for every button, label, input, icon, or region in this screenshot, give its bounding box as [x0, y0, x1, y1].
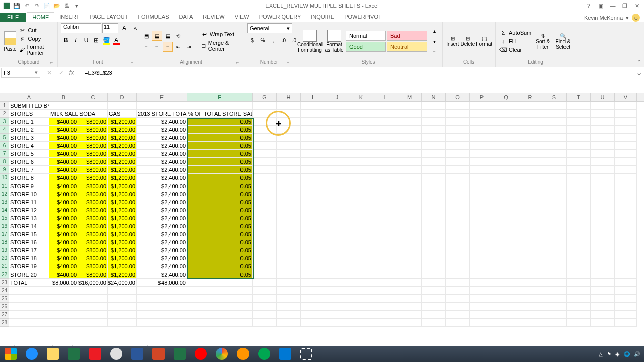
cell-G3[interactable]	[253, 118, 277, 126]
cell-J8[interactable]	[325, 158, 349, 166]
file-explorer-icon[interactable]	[42, 346, 63, 362]
cell-H16[interactable]	[277, 222, 301, 230]
cell-M8[interactable]	[397, 158, 422, 166]
cell-P26[interactable]	[470, 303, 494, 311]
cell-L27[interactable]	[373, 311, 397, 319]
excel-taskbar-icon[interactable]	[63, 346, 85, 362]
cell-G12[interactable]	[253, 190, 277, 198]
enter-formula-icon[interactable]: ✓	[55, 68, 67, 78]
border-button[interactable]: ⊞	[91, 35, 101, 45]
cell-U9[interactable]	[591, 166, 615, 174]
cell-B14[interactable]: $400.00	[49, 206, 78, 214]
cell-U3[interactable]	[591, 118, 615, 126]
cell-C7[interactable]: $800.00	[78, 150, 108, 158]
styles-scroll-up[interactable]: ▴	[429, 26, 439, 36]
row-header-1[interactable]: 1	[0, 102, 9, 110]
cell-A4[interactable]: STORE 2	[9, 126, 49, 134]
cell-K1[interactable]	[349, 102, 373, 110]
cell-A8[interactable]: STORE 6	[9, 158, 49, 166]
cell-O23[interactable]	[446, 279, 470, 287]
cell-N9[interactable]	[422, 166, 446, 174]
cell-E9[interactable]: $2,400.00	[137, 166, 187, 174]
cell-V9[interactable]	[615, 166, 637, 174]
cell-H15[interactable]	[277, 214, 301, 222]
cell-R11[interactable]	[518, 182, 542, 190]
cell-E13[interactable]: $2,400.00	[137, 198, 187, 206]
cell-T16[interactable]	[567, 222, 591, 230]
cell-T13[interactable]	[567, 198, 591, 206]
cell-D14[interactable]: $1,200.00	[108, 206, 137, 214]
cell-J4[interactable]	[325, 126, 349, 134]
cell-V24[interactable]	[615, 287, 637, 295]
cell-T5[interactable]	[567, 134, 591, 142]
media-player-icon[interactable]	[190, 346, 211, 362]
cell-V27[interactable]	[615, 311, 637, 319]
cell-D10[interactable]: $1,200.00	[108, 174, 137, 182]
formula-bar[interactable]: =E3/$E$23	[83, 68, 636, 78]
column-header-U[interactable]: U	[591, 93, 615, 101]
cell-B2[interactable]: MILK SALES	[49, 110, 78, 118]
cell-R4[interactable]	[518, 126, 542, 134]
cell-H11[interactable]	[277, 182, 301, 190]
close-icon[interactable]: ✕	[632, 2, 642, 10]
cell-C14[interactable]: $800.00	[78, 206, 108, 214]
cell-R6[interactable]	[518, 142, 542, 150]
cell-T18[interactable]	[567, 238, 591, 246]
cell-P6[interactable]	[470, 142, 494, 150]
cell-J7[interactable]	[325, 150, 349, 158]
cell-D3[interactable]: $1,200.00	[108, 118, 137, 126]
cell-C22[interactable]: $800.00	[78, 270, 108, 279]
autosum-button[interactable]: ΣAutoSum	[499, 29, 532, 37]
styles-scroll-down[interactable]: ▾	[429, 36, 439, 46]
tray-volume-icon[interactable]: 🔊	[634, 351, 640, 357]
minimize-icon[interactable]: —	[608, 2, 618, 10]
cell-O19[interactable]	[446, 246, 470, 254]
cell-H1[interactable]	[277, 102, 301, 110]
cell-F2[interactable]: % OF TOTAL STORE SALES	[187, 110, 253, 118]
merge-center-button[interactable]: ⊟Merge & Center	[199, 39, 240, 52]
cell-L23[interactable]	[373, 279, 397, 287]
cell-K21[interactable]	[349, 262, 373, 270]
row-header-23[interactable]: 23	[0, 279, 9, 287]
cell-L16[interactable]	[373, 222, 397, 230]
cell-J15[interactable]	[325, 214, 349, 222]
cell-R22[interactable]	[518, 270, 542, 279]
name-box[interactable]: F3▾	[1, 68, 40, 78]
cell-U1[interactable]	[591, 102, 615, 110]
cell-F26[interactable]	[187, 303, 253, 311]
cell-I10[interactable]	[301, 174, 325, 182]
conditional-formatting-button[interactable]: Conditional Formatting	[297, 26, 323, 56]
cell-A11[interactable]: STORE 9	[9, 182, 49, 190]
cell-Q4[interactable]	[494, 126, 518, 134]
row-header-16[interactable]: 16	[0, 222, 9, 230]
cell-K14[interactable]	[349, 206, 373, 214]
cell-A17[interactable]: STORE 15	[9, 230, 49, 238]
cell-G22[interactable]	[253, 270, 277, 279]
cell-F3[interactable]: 0.05	[187, 118, 253, 126]
cell-L7[interactable]	[373, 150, 397, 158]
cell-E26[interactable]	[137, 303, 187, 311]
cell-Q8[interactable]	[494, 158, 518, 166]
cell-U19[interactable]	[591, 246, 615, 254]
column-header-D[interactable]: D	[108, 93, 137, 101]
format-as-table-button[interactable]: Format as Table	[324, 26, 345, 56]
cell-G25[interactable]	[253, 295, 277, 303]
cell-T4[interactable]	[567, 126, 591, 134]
cell-H21[interactable]	[277, 262, 301, 270]
cell-S4[interactable]	[542, 126, 567, 134]
cell-E16[interactable]: $2,400.00	[137, 222, 187, 230]
cell-L15[interactable]	[373, 214, 397, 222]
cell-R5[interactable]	[518, 134, 542, 142]
cell-P27[interactable]	[470, 311, 494, 319]
cell-H8[interactable]	[277, 158, 301, 166]
cell-V6[interactable]	[615, 142, 637, 150]
cell-O15[interactable]	[446, 214, 470, 222]
cell-L21[interactable]	[373, 262, 397, 270]
cell-T7[interactable]	[567, 150, 591, 158]
cell-N17[interactable]	[422, 230, 446, 238]
cell-D5[interactable]: $1,200.00	[108, 134, 137, 142]
ribbon-tab-review[interactable]: REVIEW	[198, 12, 229, 22]
row-header-6[interactable]: 6	[0, 142, 9, 150]
cell-G21[interactable]	[253, 262, 277, 270]
cell-L4[interactable]	[373, 126, 397, 134]
